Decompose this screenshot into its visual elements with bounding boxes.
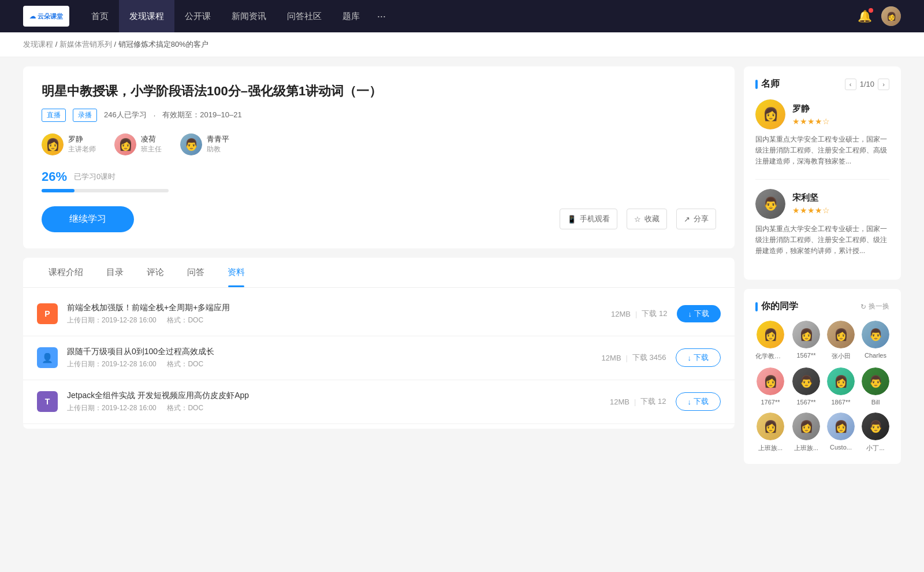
nav-open[interactable]: 公开课 [174, 0, 221, 32]
nav-more[interactable]: ··· [370, 0, 393, 32]
logo-icon: ☁ 云朵课堂 [23, 6, 69, 27]
phone-watch-button[interactable]: 📱 手机观看 [560, 209, 617, 229]
size-1: 12MB [602, 354, 621, 362]
download-button-0[interactable]: ↓ 下载 [677, 305, 721, 322]
resource-info-0: 前端全栈加强版！前端全栈+全周期+多端应用 上传日期：2019-12-28 16… [67, 303, 602, 325]
classmate-avatar-1[interactable]: 👩 [792, 321, 820, 348]
downloads-1: 下载 3456 [632, 352, 666, 363]
classmates-header: 你的同学 ↻ 换一换 [755, 300, 889, 313]
prev-page-button[interactable]: ‹ [845, 79, 856, 90]
resource-item: T Jetpack全组件实战 开发短视频应用高仿皮皮虾App 上传日期：2019… [23, 380, 735, 424]
classmate-name-3: Charles [865, 352, 886, 359]
resource-meta-0: 上传日期：2019-12-28 16:00 格式：DOC [67, 315, 602, 325]
download-button-2[interactable]: ↓ 下载 [676, 392, 721, 411]
download-label-1: 下载 [694, 352, 709, 363]
classmate-item: 👩 上班族... [792, 413, 820, 452]
classmate-item: 👩 化学教书... [755, 321, 785, 361]
nav-discover[interactable]: 发现课程 [119, 0, 174, 32]
tab-resources[interactable]: 资料 [216, 258, 256, 287]
continue-button[interactable]: 继续学习 [42, 206, 134, 232]
course-title: 明星中教授课，小学阶段语法100分–强化级第1讲动词（一） [42, 83, 716, 101]
classmate-avatar-7[interactable]: 👨 [862, 367, 889, 395]
classmate-avatar-5[interactable]: 👨 [792, 367, 820, 395]
teacher-avatar-0: 👩 [42, 133, 64, 155]
content-left: 明星中教授课，小学阶段语法100分–强化级第1讲动词（一） 直播 录播 246人… [23, 66, 735, 473]
sidebar-teacher-desc-0: 国内某重点大学安全工程专业硕士，国家一级注册消防工程师、注册安全工程师、高级注册… [755, 134, 889, 168]
teacher-role-2: 助教 [207, 144, 229, 154]
nav-qa[interactable]: 问答社区 [277, 0, 332, 32]
classmate-avatar-6[interactable]: 👩 [827, 367, 855, 395]
next-page-button[interactable]: › [878, 79, 889, 90]
download-button-1[interactable]: ↓ 下载 [676, 348, 721, 367]
nav-right: 🔔 👩 [858, 6, 901, 26]
classmate-avatar-8[interactable]: 👩 [757, 413, 784, 440]
resource-name-0: 前端全栈加强版！前端全栈+全周期+多端应用 [67, 303, 602, 313]
main-container: 明星中教授课，小学阶段语法100分–强化级第1讲动词（一） 直播 录播 246人… [0, 57, 924, 482]
download-label-2: 下载 [694, 396, 709, 407]
navbar: ☁ 云朵课堂 首页 发现课程 公开课 新闻资讯 问答社区 题库 ··· 🔔 👩 [0, 0, 924, 32]
teacher-avatar-2: 👨 [180, 133, 202, 155]
course-actions: 继续学习 📱 手机观看 ☆ 收藏 ↗ 分享 [42, 206, 716, 232]
phone-watch-label: 手机观看 [580, 214, 610, 224]
notification-dot [869, 8, 873, 13]
progress-percent: 26% [42, 169, 67, 184]
nav-news[interactable]: 新闻资讯 [221, 0, 277, 32]
sidebar-teacher-name-0: 罗静 [792, 103, 830, 114]
classmate-avatar-10[interactable]: 👩 [827, 413, 855, 440]
sidebar-teacher-desc-1: 国内某重点大学安全工程专业硕士，国家一级注册消防工程师、注册安全工程师、级注册建… [755, 224, 889, 257]
breadcrumb-series[interactable]: 新媒体营销系列 [59, 40, 112, 49]
teachers-card-title: 名师 [755, 78, 780, 90]
action-buttons: 📱 手机观看 ☆ 收藏 ↗ 分享 [560, 209, 716, 229]
separator: · [154, 111, 156, 120]
star-icon: ☆ [634, 215, 641, 224]
user-avatar[interactable]: 👩 [881, 6, 901, 26]
download-icon-1: ↓ [688, 354, 692, 362]
refresh-button[interactable]: ↻ 换一换 [860, 302, 889, 311]
classmate-item: 👩 Custo... [827, 413, 855, 452]
resource-stats-1: 12MB | 下载 3456 [602, 352, 666, 363]
logo[interactable]: ☁ 云朵课堂 [23, 6, 69, 27]
nav-question-bank[interactable]: 题库 [332, 0, 370, 32]
share-button[interactable]: ↗ 分享 [676, 209, 716, 229]
resource-name-2: Jetpack全组件实战 开发短视频应用高仿皮皮虾App [67, 391, 601, 401]
refresh-icon: ↻ [860, 303, 866, 311]
resource-icon-0: P [37, 303, 58, 324]
classmate-name-8: 上班族... [758, 444, 783, 452]
tab-catalog[interactable]: 目录 [95, 258, 135, 287]
breadcrumb-current: 销冠修炼术搞定80%的客户 [118, 40, 208, 49]
classmate-avatar-9[interactable]: 👩 [792, 413, 820, 440]
classmate-item: 👨 1567** [792, 367, 820, 406]
bell-icon[interactable]: 🔔 [858, 9, 872, 23]
teacher-info-1: 凌荷 班主任 [141, 134, 162, 154]
classmate-avatar-2[interactable]: 👩 [827, 321, 855, 348]
resource-stats-0: 12MB | 下载 12 [611, 309, 667, 319]
tab-intro[interactable]: 课程介绍 [37, 258, 95, 287]
classmate-name-2: 张小田 [832, 352, 851, 361]
tab-qa[interactable]: 问答 [176, 258, 216, 287]
breadcrumb: 发现课程 / 新媒体营销系列 / 销冠修炼术搞定80%的客户 [0, 32, 924, 57]
tab-review[interactable]: 评论 [135, 258, 176, 287]
teachers-card-header: 名师 ‹ 1/10 › [755, 78, 889, 90]
teacher-profile-0: 👩 罗静 ★★★★☆ 国内某重点大学安全工程专业硕士，国家一级注册消防工程师、注… [755, 99, 889, 168]
sidebar-right: 名师 ‹ 1/10 › 👩 罗静 ★★★★☆ [744, 66, 901, 473]
collect-button[interactable]: ☆ 收藏 [627, 209, 667, 229]
classmate-name-1: 1567** [796, 352, 815, 359]
downloads-2: 下载 12 [640, 396, 666, 407]
progress-bar-fill [42, 189, 74, 192]
resource-icon-1: 👤 [37, 347, 58, 368]
resource-list: P 前端全栈加强版！前端全栈+全周期+多端应用 上传日期：2019-12-28 … [23, 288, 735, 429]
teacher-info-2: 青青平 助教 [207, 134, 229, 154]
breadcrumb-discover[interactable]: 发现课程 [23, 40, 53, 49]
upload-date-2: 上传日期：2019-12-28 16:00 [67, 404, 157, 412]
nav-home[interactable]: 首页 [81, 0, 119, 32]
classmate-name-5: 1567** [796, 399, 815, 406]
share-label: 分享 [694, 214, 709, 224]
classmate-avatar-4[interactable]: 👩 [757, 367, 784, 395]
classmate-avatar-3[interactable]: 👨 [862, 321, 889, 348]
teacher-profile-top-0: 👩 罗静 ★★★★☆ [755, 99, 889, 129]
classmate-name-7: Bill [871, 399, 880, 406]
classmate-avatar-11[interactable]: 👨 [862, 413, 889, 440]
resource-meta-1: 上传日期：2019-12-28 16:00 格式：DOC [67, 359, 593, 369]
share-icon: ↗ [684, 215, 690, 224]
classmate-avatar-0[interactable]: 👩 [757, 321, 784, 348]
